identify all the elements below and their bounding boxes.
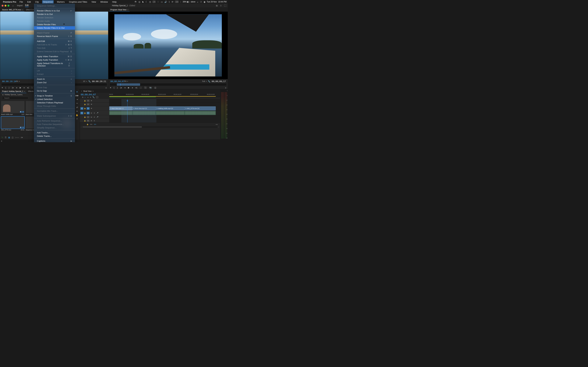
razor-tool-icon[interactable]: ✂ (76, 102, 78, 105)
settings-icon[interactable]: 🔧 (208, 80, 210, 83)
goto-out-icon[interactable]: ▸| (135, 86, 138, 89)
quick-export-icon[interactable]: ⊞ (216, 4, 218, 7)
battery-status[interactable]: 39% ▮▯ (183, 1, 189, 3)
spotlight-icon[interactable]: ⌕ (197, 1, 198, 3)
mark-in-icon[interactable]: { (113, 86, 115, 89)
track-toggle[interactable]: M (90, 112, 93, 114)
menu-item-apply-default-transitions-to-selection[interactable]: Apply Default Transitions to Selection⇧ … (34, 62, 75, 67)
wifi-icon[interactable]: ⧙ (180, 1, 181, 3)
track-content[interactable] (109, 111, 220, 115)
marker-icon[interactable]: ▾ (110, 86, 111, 89)
marker-icon[interactable]: ▾ (1, 86, 3, 89)
user-name[interactable]: steve (191, 1, 195, 3)
status-icon-2[interactable]: ◎ (138, 1, 140, 3)
project-search-input[interactable] (1, 97, 28, 100)
source-timecode-duration[interactable]: 00:00:20:21 (92, 80, 106, 83)
insert-icon[interactable]: ⤵ (31, 86, 33, 89)
track-target[interactable]: V3 (87, 100, 90, 102)
menu-item-apply-audio-transition[interactable]: Apply Audio Transition⇧ ⌘ D (34, 58, 75, 62)
track-content[interactable] (109, 103, 220, 106)
tab-source[interactable]: Source: IMG_0776.mov≡ (1, 8, 24, 11)
source-patch[interactable]: A1 (80, 112, 83, 114)
pen-tool-icon[interactable]: ✒ (76, 110, 78, 113)
fullscreen-icon[interactable]: ⛶ (224, 4, 226, 7)
app-name[interactable]: Premiere Pro (3, 1, 16, 3)
source-fit-dropdown[interactable]: Fit (16, 80, 20, 82)
display-icon[interactable]: ▭ (161, 1, 163, 3)
share-icon[interactable]: ⇪ (220, 4, 222, 7)
lock-icon[interactable]: 🔒 (84, 112, 86, 114)
track-select-tool-icon[interactable]: ▶▶ (76, 94, 78, 97)
add-button-icon[interactable]: + (105, 86, 107, 89)
tab-program[interactable]: Program: Boat View≡ (109, 8, 130, 11)
goto-in-icon[interactable]: |◂ (120, 86, 122, 89)
goto-out-icon[interactable]: ▸| (27, 86, 29, 89)
track-toggle[interactable]: S (93, 120, 95, 122)
program-scrubber[interactable] (110, 83, 226, 86)
control-center-icon[interactable]: ⚆ (200, 1, 202, 3)
step-fwd-icon[interactable]: ▸ (132, 86, 133, 89)
menu-clip[interactable]: Clip (34, 0, 40, 3)
track-toggle[interactable]: M (90, 120, 93, 122)
step-back-icon[interactable]: ◂ (124, 86, 126, 89)
track-target[interactable]: A2 (87, 116, 90, 118)
timeline-clip[interactable]: fxIMG_0776.mov [V] (185, 106, 216, 110)
minimize-window-button[interactable] (5, 5, 6, 7)
track-content[interactable]: fxBoat View.mp4 [V]fxBoat View.mp4 [V]fx… (109, 106, 220, 111)
volume-icon[interactable]: 🔊 (164, 1, 167, 3)
menu-item-selection-follows-playhead[interactable]: Selection Follows Playhead (34, 101, 75, 104)
program-timecode-duration[interactable]: 00;00;08;17 (212, 80, 226, 83)
close-window-button[interactable] (2, 5, 3, 7)
timeline-clip[interactable] (185, 111, 216, 115)
menu-view[interactable]: View (91, 0, 97, 3)
sequence-tab-name[interactable]: Boat View (83, 90, 91, 92)
mode-edit[interactable]: Edit (25, 4, 28, 7)
track-content[interactable] (109, 115, 220, 119)
step-fwd-icon[interactable]: ▸ (24, 86, 25, 89)
timeline-clip[interactable]: fxBoat View.mp4 [V] (109, 106, 133, 110)
marker-toggle-icon[interactable]: ▾ (90, 96, 91, 98)
mode-import[interactable]: Import (17, 4, 23, 7)
bin-back-icon[interactable]: ◂▮ (2, 94, 4, 96)
tab-menu-icon[interactable]: ≡ (24, 91, 25, 92)
close-nest-icon[interactable]: × (81, 90, 82, 92)
snap-toggle-icon[interactable]: ⫰ (85, 96, 86, 98)
track-target[interactable]: A3 (87, 119, 90, 122)
track-toggle[interactable]: 👁 (90, 108, 93, 109)
track-target[interactable]: V1 (87, 107, 90, 110)
mark-out-icon[interactable]: } (117, 86, 118, 89)
menu-item-linked-selection[interactable]: ✓Linked Selection (34, 98, 75, 101)
menu-item-render-in-to-out[interactable]: Render In to Out (34, 12, 75, 16)
tab-menu-icon[interactable]: ≡ (22, 9, 23, 11)
icon-view-icon[interactable]: ▦ (8, 136, 10, 139)
mix-expand-icon[interactable]: ▸◂ (216, 124, 217, 125)
timeline-timecode[interactable]: 00;00;04;07 (81, 93, 108, 96)
caption-track-icon[interactable]: cc (96, 96, 98, 98)
menu-item-delete-render-files[interactable]: Delete Render Files (34, 23, 75, 26)
timeline-clip[interactable]: fxBoat View.mp4 [V] (133, 106, 156, 110)
menu-file[interactable]: File (18, 0, 24, 3)
track-toggle[interactable]: 🎤 (96, 116, 98, 118)
lock-icon[interactable]: 🔒 (84, 116, 86, 118)
menu-item-render-effects-in-to-out[interactable]: Render Effects In to Out↩ (34, 9, 75, 12)
lock-icon[interactable]: 🔒 (84, 100, 86, 101)
bluetooth-icon[interactable]: ᛒ (169, 1, 170, 3)
track-toggle[interactable]: S (93, 116, 95, 118)
clock-icon[interactable]: ◷ (149, 1, 151, 3)
lock-icon[interactable]: 🔒 (84, 104, 86, 105)
program-timecode-current[interactable]: 00;00;04;07 (110, 80, 124, 83)
link-icon[interactable]: ⦵ (157, 0, 159, 3)
source-patch[interactable]: V1 (80, 107, 83, 110)
track-content[interactable] (109, 99, 220, 102)
tab-project[interactable]: Project: Holiday Special_1≡ (1, 90, 26, 93)
menu-graphics[interactable]: Graphics and Titles (68, 0, 88, 3)
settings-toggle-icon[interactable]: 🔧 (92, 96, 95, 98)
menu-item-captions[interactable]: Captions▶ (34, 139, 75, 142)
slip-tool-icon[interactable]: ⇄ (76, 106, 78, 109)
program-zoom-dropdown[interactable]: Full (202, 80, 207, 82)
nest-toggle-icon[interactable]: ⬘ (82, 96, 83, 98)
add-button-icon[interactable]: + (225, 86, 226, 89)
project-item[interactable]: ▶♪IMG_0776.mov20:21 (1, 117, 25, 131)
date-badge-icon[interactable]: 29 (153, 1, 156, 3)
track-content[interactable] (109, 119, 220, 122)
